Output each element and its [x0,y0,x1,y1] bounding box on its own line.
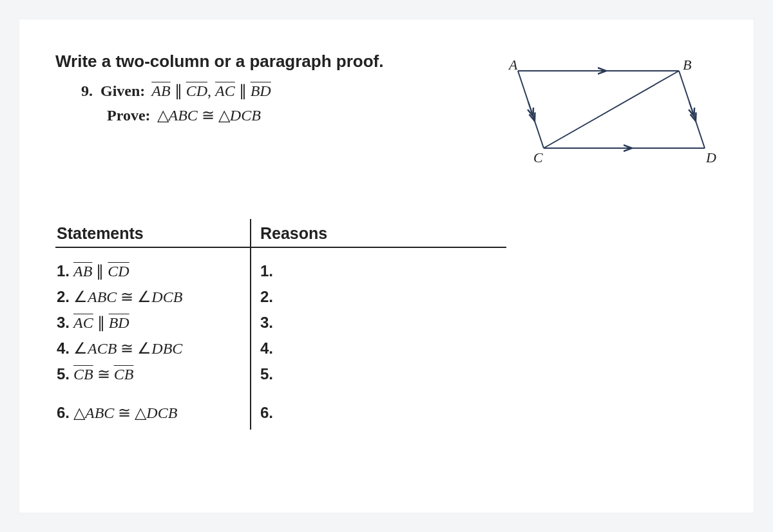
table-row: 3. [260,314,506,332]
prove-line: Prove: △ABC ≅ △DCB [107,106,460,124]
table-row: 1. [260,262,506,280]
statement: AC ∥ BD [73,314,129,332]
reason-num: 4. [260,339,273,357]
statement: ∠ACB ≅ ∠DBC [73,339,182,357]
statement: CB ≅ CB [73,365,133,383]
given-math: AB ∥ CD, AC ∥ BD [151,82,271,99]
reason-num: 6. [260,404,273,422]
row-num: 1. [57,262,70,280]
row-num: 3. [57,314,70,332]
prompt-title: Write a two-column or a paragraph proof. [55,52,460,71]
reason-num: 5. [260,365,273,383]
col-header-reasons: Reasons [251,219,506,247]
problem-block: Write a two-column or a paragraph proof.… [55,52,460,174]
vertex-label-B: B [683,57,691,73]
page: Write a two-column or a paragraph proof.… [19,19,754,513]
vertex-label-C: C [533,149,543,166]
statement: AB ∥ CD [73,262,129,280]
table-row: 1. AB ∥ CD [57,262,250,280]
table-row: 5. [260,365,506,383]
row-gap [260,391,506,404]
segment-CB-diagonal [544,71,679,148]
table-body: 1. AB ∥ CD 2. ∠ABC ≅ ∠DCB 3. AC ∥ BD 4. … [55,248,506,430]
table-row: 6. [260,404,506,422]
figure: A B C D [486,52,718,174]
parallel-mark-BD [689,102,693,113]
col-header-statements: Statements [55,219,251,247]
parallel-mark-AC [528,102,532,113]
table-row: 4. [260,339,506,357]
vertex-label-A: A [508,57,518,73]
row-num: 6. [57,404,70,422]
quadrilateral-figure: A B C D [499,52,718,174]
table-row: 3. AC ∥ BD [57,314,250,332]
given-line: 9. Given: AB ∥ CD, AC ∥ BD [81,82,460,100]
table-row: 2. [260,288,506,306]
row-num: 5. [57,365,70,383]
row-num: 4. [57,339,70,357]
vertex-label-D: D [705,149,716,166]
proof-table: Statements Reasons 1. AB ∥ CD 2. ∠ABC ≅ … [55,219,718,430]
top-section: Write a two-column or a paragraph proof.… [55,52,718,174]
reason-num: 2. [260,288,273,306]
table-row: 6. △ABC ≅ △DCB [57,404,250,422]
table-row: 4. ∠ACB ≅ ∠DBC [57,339,250,357]
table-head: Statements Reasons [55,219,506,248]
reason-num: 3. [260,314,273,332]
table-row: 2. ∠ABC ≅ ∠DCB [57,288,250,306]
row-num: 2. [57,288,70,306]
statement: △ABC ≅ △DCB [73,404,177,422]
problem-number: 9. [81,82,93,99]
prove-label: Prove: [107,107,151,124]
statements-column: 1. AB ∥ CD 2. ∠ABC ≅ ∠DCB 3. AC ∥ BD 4. … [55,248,251,430]
given-label: Given: [100,82,145,99]
reason-num: 1. [260,262,273,280]
reasons-column: 1. 2. 3. 4. 5. 6. [251,248,506,430]
statement: ∠ABC ≅ ∠DCB [73,288,182,306]
table-row: 5. CB ≅ CB [57,365,250,383]
prove-math: △ABC ≅ △DCB [157,107,261,124]
row-gap [57,391,250,404]
